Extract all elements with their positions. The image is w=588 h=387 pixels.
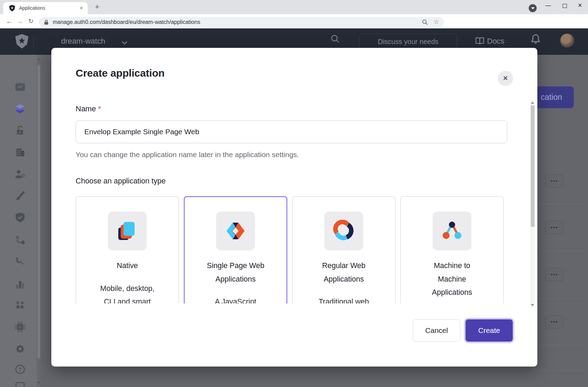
app-type-card-m2m[interactable]: Machine to Machine Applications [400, 196, 504, 303]
reload-button[interactable]: ↻ [26, 16, 36, 26]
native-icon [108, 212, 147, 250]
tab-title: Applications [19, 5, 45, 11]
app-type-card-regular-web[interactable]: Regular Web Applications Traditional web [292, 196, 395, 303]
application-name-input[interactable] [76, 120, 507, 143]
sidebar-item-authentication[interactable] [15, 125, 26, 136]
single-page-app-icon [216, 212, 255, 250]
table-row-separator [537, 298, 586, 299]
new-tab-button[interactable]: + [92, 2, 102, 11]
notifications-bell-icon[interactable] [531, 34, 540, 46]
row-menu-button[interactable]: ••• [545, 315, 564, 328]
sidebar-scrollbar-thumb[interactable] [37, 65, 40, 359]
back-button[interactable]: ← [4, 16, 15, 26]
card-description: Mobile, desktop, CLI and smart [100, 282, 155, 304]
modal-scrollbar[interactable] [530, 100, 535, 308]
row-menu-button[interactable]: ••• [545, 221, 564, 234]
window-minimize-button[interactable]: — [541, 0, 555, 11]
name-label: Name * [76, 104, 507, 113]
docs-link[interactable]: Docs [487, 37, 504, 46]
name-help-text: You can change the application name late… [76, 150, 507, 159]
table-row-separator [537, 370, 586, 370]
card-title: Machine to Machine Applications [432, 259, 472, 299]
chevron-down-icon [121, 40, 128, 46]
tab-close-icon[interactable]: × [80, 5, 83, 11]
window-menu-chevron-icon[interactable] [529, 4, 537, 12]
sidebar-scrollbar[interactable] [37, 55, 41, 387]
card-title: Native [117, 259, 138, 273]
sidebar-item-user-management[interactable] [15, 169, 26, 180]
machine-to-machine-icon [433, 212, 471, 250]
card-description: Traditional web [319, 295, 369, 303]
window-maximize-button[interactable] [558, 0, 572, 11]
modal-scrollbar-thumb[interactable] [531, 105, 535, 227]
header-divider [33, 35, 34, 49]
sidebar-item-monitoring[interactable] [15, 279, 26, 290]
sidebar-item-settings[interactable] [15, 343, 26, 354]
cancel-button[interactable]: Cancel [413, 319, 460, 342]
docs-book-icon [475, 37, 484, 46]
url-text: manage.auth0.com/dashboard/eu/dream-watc… [53, 19, 200, 25]
card-title: Single Page Web Applications [207, 259, 264, 286]
user-avatar[interactable] [560, 34, 574, 48]
auth0-favicon-icon [9, 5, 15, 13]
tenant-switcher[interactable]: dream-watch [61, 37, 105, 46]
sidebar-item-organizations[interactable] [15, 147, 26, 158]
card-title: Regular Web Applications [322, 259, 365, 286]
app-type-card-native[interactable]: Native Mobile, desktop, CLI and smart [76, 196, 179, 303]
card-description: A JavaScript [215, 295, 256, 303]
regular-web-app-icon [324, 212, 363, 250]
bookmark-star-icon[interactable]: ☆ [434, 18, 439, 26]
sidebar-item-auth-pipeline[interactable] [15, 256, 26, 267]
sidebar-item-applications[interactable] [15, 103, 26, 114]
app-type-card-spa[interactable]: Single Page Web Applications A JavaScrip… [184, 196, 287, 303]
sidebar-item-branding[interactable] [15, 190, 26, 201]
table-row-separator [537, 345, 586, 345]
sidebar-item-activity[interactable] [15, 81, 26, 93]
sidebar-item-security[interactable] [15, 212, 26, 223]
sidebar-item-help[interactable]: ? [15, 364, 26, 375]
screen: Applications × + — ✕ ← → ↻ manage.auth0.… [0, 0, 588, 387]
sidebar-item-partial[interactable] [15, 381, 26, 387]
create-application-button-partial[interactable]: cation [537, 86, 574, 108]
window-close-button[interactable]: ✕ [573, 0, 587, 11]
browser-tab-applications[interactable]: Applications × [3, 2, 88, 14]
application-type-label: Choose an application type [76, 177, 507, 186]
row-menu-button[interactable]: ••• [545, 268, 564, 281]
modal-body: Name * You can change the application na… [51, 99, 537, 303]
sidebar-item-marketplace[interactable] [15, 300, 26, 311]
table-row-separator [537, 204, 586, 204]
search-icon[interactable] [330, 34, 340, 45]
browser-toolbar: ← → ↻ manage.auth0.com/dashboard/eu/drea… [0, 14, 588, 28]
sidebar-item-extensions[interactable] [15, 321, 26, 333]
sidebar-nav: ? [0, 55, 37, 387]
row-menu-button[interactable]: ••• [545, 174, 564, 188]
zoom-icon[interactable] [422, 19, 428, 27]
forward-button[interactable]: → [15, 16, 25, 26]
modal-close-button[interactable]: ✕ [498, 71, 513, 86]
application-type-grid: Native Mobile, desktop, CLI and smart Si… [76, 196, 507, 303]
sidebar-item-actions[interactable] [15, 234, 26, 246]
discuss-your-needs-button[interactable]: Discuss your needs [359, 34, 457, 50]
svg-text:?: ? [18, 366, 22, 372]
address-bar[interactable]: manage.auth0.com/dashboard/eu/dream-watc… [39, 17, 444, 27]
modal-title: Create application [76, 67, 164, 79]
browser-tabstrip: Applications × + — ✕ [0, 0, 588, 14]
create-application-modal: Create application ✕ Name * You can chan… [51, 48, 537, 367]
auth0-logo-icon [15, 33, 28, 51]
lock-icon [44, 19, 49, 26]
required-asterisk: * [98, 104, 101, 113]
table-row-separator [537, 251, 586, 251]
create-button[interactable]: Create [466, 319, 513, 342]
